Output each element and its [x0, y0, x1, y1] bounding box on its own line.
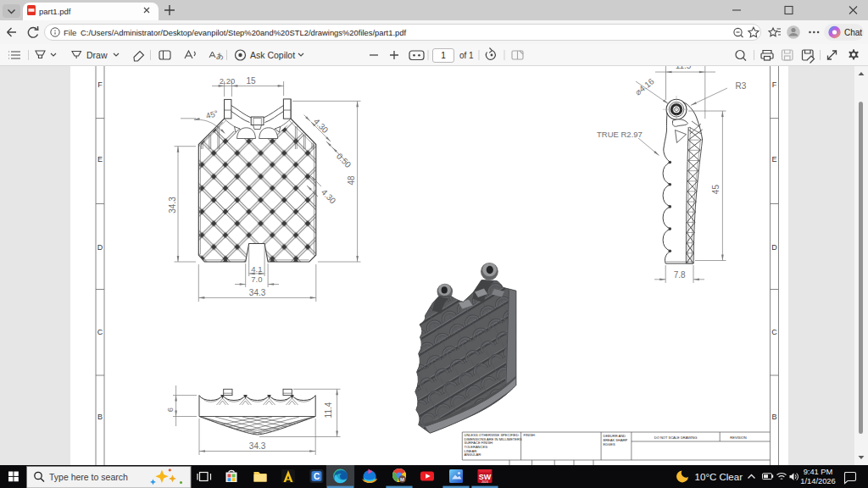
- svg-text:1/14/2026: 1/14/2026: [800, 477, 835, 485]
- svg-text:15: 15: [246, 76, 256, 86]
- svg-text:C: C: [314, 472, 320, 481]
- svg-text:Ask Copilot: Ask Copilot: [250, 50, 295, 60]
- svg-text:E: E: [97, 155, 103, 164]
- svg-text:4.1: 4.1: [251, 264, 262, 274]
- svg-text:7.0: 7.0: [251, 274, 262, 284]
- svg-text:of 1: of 1: [459, 51, 474, 60]
- svg-text:TRUE R2.97: TRUE R2.97: [597, 130, 643, 139]
- svg-text:1: 1: [441, 51, 446, 60]
- svg-text:9:41 PM: 9:41 PM: [804, 468, 833, 476]
- svg-text:6: 6: [165, 408, 175, 412]
- svg-text:4.30: 4.30: [320, 187, 338, 206]
- svg-text:2024: 2024: [481, 480, 488, 484]
- svg-text:45°: 45°: [205, 108, 220, 121]
- svg-text:File: File: [64, 28, 76, 37]
- svg-text:B: B: [97, 413, 103, 421]
- svg-text:10°C Clear: 10°C Clear: [695, 472, 743, 482]
- svg-text:4.30: 4.30: [312, 117, 331, 136]
- svg-text:0.50: 0.50: [335, 152, 353, 170]
- svg-text:C:/Users/Administrator/Desktop: C:/Users/Administrator/Desktop/evanpilot…: [81, 28, 406, 37]
- svg-text:C: C: [97, 328, 103, 336]
- svg-text:REVISION: REVISION: [730, 435, 746, 440]
- svg-text:D: D: [771, 243, 777, 252]
- svg-text:34.3: 34.3: [249, 441, 266, 451]
- svg-text:34.3: 34.3: [249, 288, 266, 297]
- svg-text:F: F: [772, 80, 777, 89]
- svg-text:7.8: 7.8: [674, 270, 686, 280]
- svg-text:Chat: Chat: [844, 28, 862, 37]
- svg-text:Draw: Draw: [86, 50, 108, 60]
- svg-text:45: 45: [711, 185, 721, 195]
- svg-text:2.20: 2.20: [220, 76, 236, 86]
- svg-text:DO NOT SCALE DRAWING: DO NOT SCALE DRAWING: [654, 435, 698, 440]
- svg-text:11.5: 11.5: [676, 66, 692, 70]
- svg-text:R3: R3: [736, 81, 747, 91]
- svg-text:B: B: [771, 413, 776, 421]
- svg-text:11.4: 11.4: [324, 402, 333, 418]
- svg-text:D: D: [97, 243, 103, 252]
- svg-text:あ: あ: [216, 52, 224, 60]
- svg-text:EDGES: EDGES: [604, 442, 615, 446]
- svg-text:⌀4.16: ⌀4.16: [633, 76, 656, 97]
- svg-text:E: E: [771, 155, 776, 164]
- svg-text:Type here to search: Type here to search: [49, 472, 128, 482]
- svg-text:34.3: 34.3: [168, 197, 177, 214]
- svg-text:M: M: [400, 477, 404, 482]
- svg-text:ANGULAR:: ANGULAR:: [465, 452, 482, 457]
- svg-text:C: C: [771, 328, 777, 336]
- svg-text:F: F: [97, 80, 103, 89]
- svg-text:48: 48: [347, 175, 356, 186]
- svg-text:FINISH:: FINISH:: [524, 433, 536, 437]
